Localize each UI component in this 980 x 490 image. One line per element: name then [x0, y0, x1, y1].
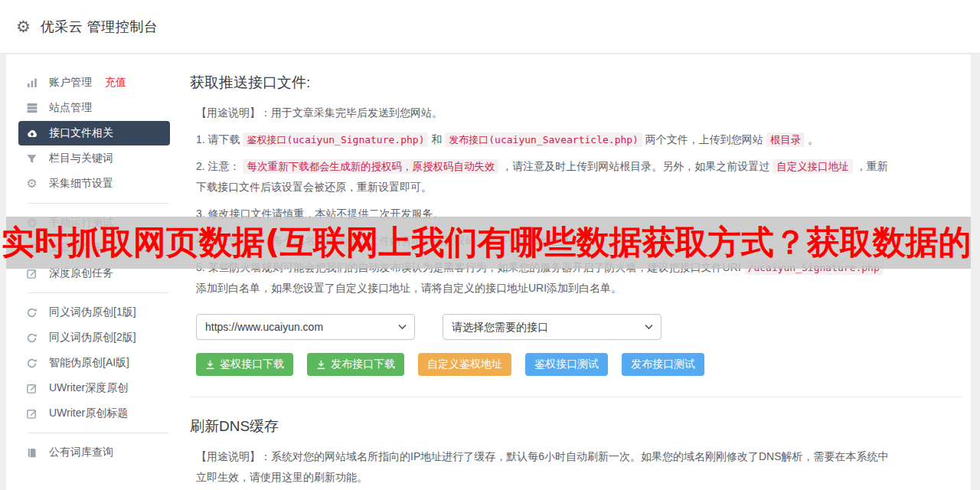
button-label: 鉴权接口下载	[220, 358, 284, 371]
custom-auth-address-button[interactable]: 自定义鉴权地址	[418, 353, 511, 376]
code-auth-warning: 每次重新下载都会生成新的授权码，原授权码自动失效	[243, 159, 498, 174]
refresh-icon	[25, 332, 38, 345]
sidebar-item-collect-settings[interactable]: ⚙ 采集细节设置	[18, 172, 170, 196]
sidebar-item-synonym-v1[interactable]: 同义词伪原创[1版]	[18, 300, 170, 325]
sidebar-item-label: 同义词伪原创[2版]	[49, 331, 136, 345]
edit-icon	[25, 382, 38, 395]
code-custom-api: 自定义接口地址	[773, 159, 853, 174]
sidebar-item-label: 站点管理	[49, 101, 92, 115]
sidebar-divider	[28, 433, 168, 433]
sidebar-item-sites[interactable]: 站点管理	[18, 96, 170, 120]
sidebar-item-label: 公有词库查询	[49, 446, 113, 459]
recharge-badge[interactable]: 充值	[105, 76, 126, 90]
refresh-icon	[25, 306, 38, 319]
content-card: 账户管理 充值 站点管理 接口文件相关 栏目与关键词 ⚙ 采集细节设置	[6, 54, 971, 490]
text-segment: ，请注意及时上传到网站根目录。另外，如果之前设置过	[498, 160, 773, 172]
app-header: ⚙ 优采云 管理控制台	[0, 0, 980, 54]
sidebar-divider	[28, 292, 168, 293]
button-label: 鉴权接口测试	[534, 358, 599, 371]
dns-section-title: 刷新DNS缓存	[190, 416, 963, 436]
text-segment: 【用途说明】：系统对您的网站域名所指向的IP地址进行了缓存，默认每6小时自动刷新…	[196, 450, 889, 483]
selector-row: https://www.ucaiyun.com 请选择您需要的接口	[196, 314, 963, 340]
sidebar-item-columns-keywords[interactable]: 栏目与关键词	[18, 146, 170, 171]
sidebar-divider	[28, 203, 168, 204]
edit-icon	[25, 267, 38, 280]
usage-text: 【用途说明】：用于文章采集完毕后发送到您网站。	[196, 106, 443, 119]
code-savearticle-file: 发布接口(ucaiyun_Savearticle.php)	[445, 132, 642, 147]
sidebar-item-label: 账户管理	[49, 76, 92, 90]
app-title: 优采云 管理控制台	[41, 18, 158, 36]
usage-note: 【用途说明】：用于文章采集完毕后发送到您网站。	[190, 103, 891, 123]
dns-section: 刷新DNS缓存 【用途说明】：系统对您的网站域名所指向的IP地址进行了缓存，默认…	[190, 416, 963, 490]
sidebar-item-label: 智能伪原创[AI版]	[49, 356, 129, 370]
watermark-text: 实时抓取网页数据(互联网上我们有哪些数据获取方式？获取数据的	[2, 220, 972, 265]
publish-api-test-button[interactable]: 发布接口测试	[622, 353, 704, 376]
sidebar-item-uwriter-deep[interactable]: UWriter深度原创	[18, 376, 170, 400]
text-segment: 和	[428, 133, 445, 145]
action-buttons: 鉴权接口下载 发布接口下载 自定义鉴权地址 鉴权接口测试 发布接口测试	[196, 353, 963, 376]
button-label: 发布接口下载	[331, 358, 395, 371]
sidebar-item-interface-files[interactable]: 接口文件相关	[18, 121, 170, 145]
sidebar-item-label: UWriter原创标题	[49, 407, 128, 420]
publish-api-download-button[interactable]: 发布接口下载	[307, 353, 404, 376]
domain-select[interactable]: https://www.ucaiyun.com	[196, 314, 415, 340]
button-label: 发布接口测试	[631, 358, 695, 371]
book-icon	[25, 446, 38, 459]
sidebar-item-label: 同义词伪原创[1版]	[49, 305, 136, 319]
auth-api-download-button[interactable]: 鉴权接口下载	[196, 353, 293, 376]
text-segment: 2. 注意：	[196, 160, 243, 172]
cloud-upload-icon	[25, 127, 38, 140]
main-content: 获取推送接口文件: 【用途说明】：用于文章采集完毕后发送到您网站。 1. 请下载…	[184, 54, 971, 490]
text-segment: 。	[805, 133, 818, 145]
sidebar-item-synonym-v2[interactable]: 同义词伪原创[2版]	[18, 325, 170, 350]
edit-icon	[25, 407, 38, 420]
download-icon	[205, 360, 215, 370]
domain-select-wrap: https://www.ucaiyun.com	[196, 314, 415, 340]
filter-icon	[25, 152, 38, 165]
text-segment: 1. 请下载	[196, 133, 243, 145]
refresh-icon	[25, 357, 38, 370]
code-root-dir: 根目录	[766, 132, 805, 147]
download-icon	[316, 360, 326, 370]
sidebar: 账户管理 充值 站点管理 接口文件相关 栏目与关键词 ⚙ 采集细节设置	[6, 54, 184, 490]
server-list-icon	[25, 102, 38, 115]
push-section-title: 获取推送接口文件:	[190, 73, 963, 93]
section-divider	[190, 397, 963, 397]
text-segment: 两个文件，上传到您网站	[642, 133, 766, 145]
interface-select[interactable]: 请选择您需要的接口	[443, 314, 662, 340]
dns-usage-note: 【用途说明】：系统对您的网站域名所指向的IP地址进行了缓存，默认每6小时自动刷新…	[190, 446, 891, 488]
gear-icon: ⚙	[16, 18, 31, 34]
sidebar-item-label: 栏目与关键词	[49, 152, 113, 165]
sidebar-item-ai-rewrite[interactable]: 智能伪原创[AI版]	[18, 351, 170, 375]
bar-chart-icon	[25, 77, 38, 90]
watermark-banner: 实时抓取网页数据(互联网上我们有哪些数据获取方式？获取数据的	[6, 217, 971, 269]
instruction-line-1: 1. 请下载 鉴权接口(ucaiyun_Signature.php) 和 发布接…	[190, 129, 891, 150]
auth-api-test-button[interactable]: 鉴权接口测试	[525, 353, 608, 376]
sidebar-item-label: UWriter深度原创	[49, 381, 128, 395]
sidebar-item-label: 采集细节设置	[49, 177, 113, 191]
sidebar-item-account[interactable]: 账户管理 充值	[18, 70, 170, 95]
button-label: 自定义鉴权地址	[427, 358, 502, 371]
text-segment: 添加到白名单，如果您设置了自定义接口地址，请将自定义的接口地址URI添加到白名单…	[196, 282, 622, 294]
sidebar-item-label: 接口文件相关	[49, 126, 113, 140]
interface-select-wrap: 请选择您需要的接口	[443, 314, 662, 340]
sidebar-item-public-lexicon[interactable]: 公有词库查询	[18, 440, 170, 465]
instruction-line-2: 2. 注意： 每次重新下载都会生成新的授权码，原授权码自动失效 ，请注意及时上传…	[190, 156, 891, 198]
sidebar-item-uwriter-title[interactable]: UWriter原创标题	[18, 401, 170, 426]
gears-icon: ⚙	[25, 178, 38, 191]
code-signature-file: 鉴权接口(ucaiyun_Signature.php)	[243, 132, 428, 147]
